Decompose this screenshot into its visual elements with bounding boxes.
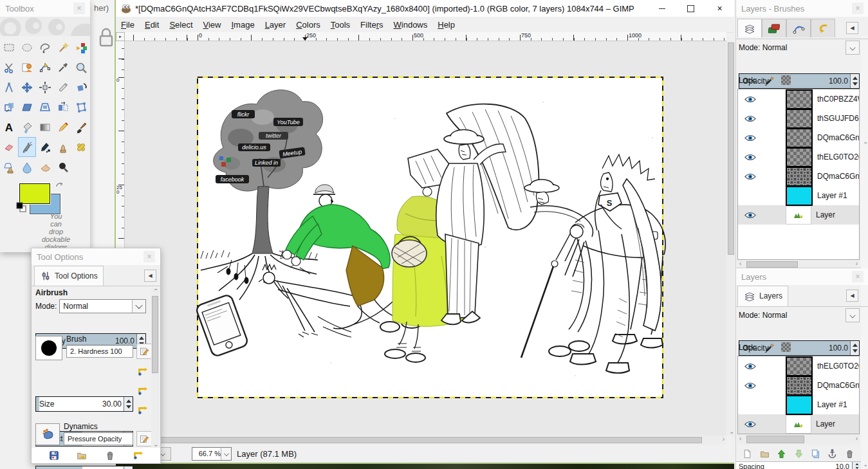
close-button[interactable]: × [705, 0, 734, 17]
tool-ellipse-select[interactable] [18, 37, 36, 57]
tab-tool-options[interactable]: Tool Options [34, 266, 104, 286]
tab-paths-dialog[interactable] [786, 19, 811, 37]
swap-colors-icon[interactable] [55, 181, 64, 190]
delete-options-button[interactable] [104, 450, 116, 461]
tool-blur[interactable] [18, 157, 36, 177]
visibility-eye-icon[interactable] [743, 421, 757, 428]
tool-free-select[interactable] [36, 37, 54, 57]
anchor-layer-button[interactable] [827, 448, 838, 459]
layer-row[interactable]: DQmaC6GnQAtc [738, 167, 859, 186]
lock-paint-icon[interactable] [764, 75, 775, 86]
tool-text[interactable]: A [0, 117, 18, 137]
delete-layer-button[interactable] [844, 448, 855, 459]
toolbox-titlebar[interactable]: Toolbox × [0, 0, 90, 17]
tool-heal[interactable] [72, 137, 90, 157]
tool-crop[interactable] [54, 77, 72, 97]
tool-select-by-color[interactable] [72, 37, 90, 57]
layer-row-selected[interactable]: Layer [738, 414, 859, 434]
tool-measure[interactable] [0, 77, 18, 97]
layer-row[interactable]: thELG0TO2Q [738, 356, 859, 376]
tab-layers-dialog[interactable] [737, 19, 762, 37]
lock-alpha-icon[interactable] [781, 75, 791, 85]
spacing-spinner[interactable] [852, 462, 861, 469]
layer-thumbnail[interactable] [786, 128, 813, 148]
layer-thumbnail[interactable] [786, 147, 813, 167]
size-reset-button[interactable] [136, 365, 149, 378]
tool-foreground-select[interactable] [18, 57, 36, 77]
new-layer-button[interactable] [742, 448, 753, 459]
layers-titlebar[interactable]: Layers × [736, 268, 868, 285]
layer-thumbnail[interactable] [786, 109, 813, 129]
opacity-spinner[interactable] [850, 341, 859, 355]
layer-row[interactable]: DQmaC6Gn( [738, 376, 859, 395]
mode-dropdown-button[interactable] [845, 308, 860, 322]
aspect-reset-button[interactable] [136, 385, 149, 398]
reset-options-button[interactable] [132, 450, 143, 461]
tool-scale[interactable] [0, 97, 18, 117]
layer-thumbnail[interactable] [786, 356, 813, 376]
lower-layer-button[interactable] [793, 448, 804, 459]
new-group-button[interactable] [759, 448, 770, 459]
layer-row-selected[interactable]: Layer [738, 205, 859, 225]
mode-combobox[interactable]: Normal [59, 299, 146, 313]
save-options-button[interactable] [48, 450, 60, 461]
layers-close-button[interactable]: × [852, 271, 863, 282]
menu-tools[interactable]: Tools [326, 20, 355, 30]
visibility-eye-icon[interactable] [743, 154, 757, 161]
lock-alpha-icon[interactable] [781, 342, 791, 352]
angle-spinner[interactable] [124, 466, 133, 469]
visibility-eye-icon[interactable] [743, 173, 757, 180]
menu-windows[interactable]: Windows [389, 20, 433, 30]
tool-scissors-select[interactable] [0, 57, 18, 77]
dock-scrollbar[interactable]: ⌃ ⌄ [861, 36, 868, 469]
tool-gradient[interactable] [36, 117, 54, 137]
main-titlebar[interactable]: *[DQmaC6GnQAtcH3AF7CDBq1FkSQiWx29VECbwqt… [116, 0, 734, 17]
collapse-arrow-button[interactable]: ◀ [846, 290, 858, 302]
tab-layers[interactable]: Layers [737, 286, 788, 306]
menu-edit[interactable]: Edit [140, 20, 164, 30]
layer-row[interactable]: thELG0TO2Q.jpg [738, 147, 859, 167]
visibility-eye-icon[interactable] [743, 363, 757, 370]
layer-thumbnail[interactable] [786, 167, 813, 187]
layer-thumbnail[interactable] [786, 395, 813, 415]
menu-help[interactable]: Help [432, 20, 460, 30]
visibility-eye-icon[interactable] [743, 115, 757, 122]
dynamics-field[interactable]: Pressure Opacity [64, 432, 133, 445]
canvas-vertical-scrollbar[interactable]: ⌄ [726, 41, 735, 436]
brush-edit-button[interactable] [136, 344, 152, 359]
layer-thumbnail[interactable] [786, 89, 813, 109]
default-colors-icon[interactable] [15, 201, 27, 213]
tool-options-close-button[interactable]: × [143, 251, 155, 262]
menu-image[interactable]: Image [226, 20, 259, 30]
layer-thumbnail[interactable] [786, 186, 813, 206]
zoom-dropdown-button[interactable] [221, 448, 231, 460]
duplicate-layer-button[interactable] [810, 448, 821, 459]
tool-smudge[interactable] [36, 157, 54, 177]
tool-move[interactable] [18, 77, 36, 97]
canvas-horizontal-scrollbar[interactable]: › [125, 436, 726, 445]
mode-dropdown-button[interactable] [845, 41, 860, 55]
layers-brushes-titlebar[interactable]: Layers - Brushes × [736, 0, 868, 17]
menu-colors[interactable]: Colors [291, 20, 326, 30]
zoom-combo[interactable]: 66.7 % [192, 447, 232, 461]
tab-undo-history-dialog[interactable] [811, 19, 835, 37]
brush-field[interactable]: 2. Hardness 100 [66, 345, 133, 358]
visibility-eye-icon[interactable] [743, 382, 757, 389]
tool-pencil[interactable] [54, 117, 72, 137]
layer-row[interactable]: thC0PBZZ4W.jpg [738, 89, 859, 109]
tool-clone[interactable] [54, 137, 72, 157]
tool-options-titlebar[interactable]: Tool Options × [32, 248, 160, 265]
lock-paint-icon[interactable] [764, 342, 775, 353]
dynamics-edit-button[interactable] [136, 431, 152, 446]
canvas-viewport[interactable]: flickr YouTube twitter delicio.us Meetup… [125, 41, 726, 436]
tool-align[interactable] [36, 77, 54, 97]
tool-paths[interactable] [36, 57, 54, 77]
angle-slider[interactable]: Angle 0.00 [35, 466, 133, 469]
layer-thumbnail[interactable] [786, 206, 811, 225]
tool-rotate[interactable] [72, 77, 90, 97]
size-slider[interactable]: Size 30.00 [35, 396, 133, 412]
raise-layer-button[interactable] [776, 448, 787, 459]
layers-brushes-close-button[interactable]: × [852, 3, 863, 14]
layer-row[interactable]: DQmaC6GnQAtc [738, 128, 859, 147]
tool-airbrush[interactable] [18, 137, 36, 157]
